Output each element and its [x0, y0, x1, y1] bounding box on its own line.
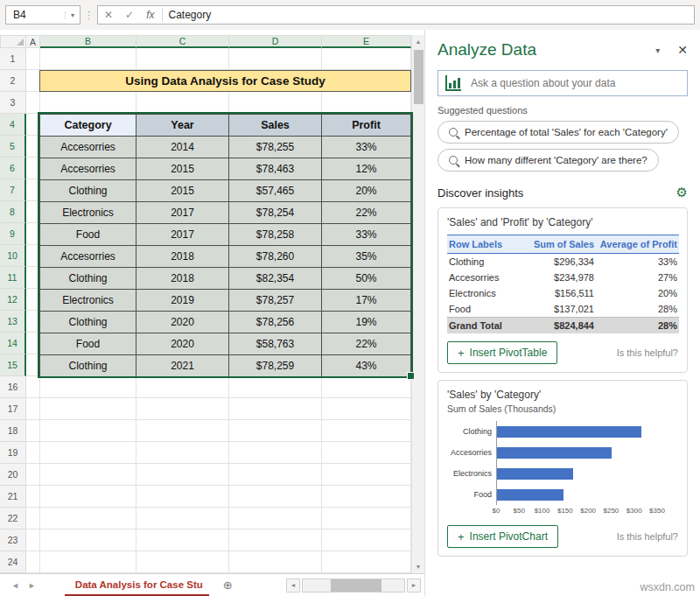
- table-cell[interactable]: $78,257: [229, 290, 322, 312]
- table-cell[interactable]: 2014: [136, 137, 229, 158]
- row-header[interactable]: 11: [0, 267, 26, 289]
- scroll-up-icon[interactable]: ▲: [412, 35, 424, 48]
- row-header[interactable]: 3: [0, 92, 26, 114]
- row-header[interactable]: 10: [0, 245, 26, 267]
- sheet-tab[interactable]: Data Analysis for Case Stu: [65, 574, 209, 596]
- col-header-a[interactable]: A: [26, 35, 40, 48]
- scroll-down-icon[interactable]: ▼: [412, 560, 424, 573]
- row-header[interactable]: 19: [0, 442, 26, 464]
- table-cell[interactable]: 33%: [322, 224, 411, 246]
- row-header[interactable]: 8: [0, 201, 26, 223]
- formula-content[interactable]: Category: [168, 9, 211, 21]
- table-header-cell[interactable]: Profit: [322, 115, 411, 137]
- table-cell[interactable]: 2018: [136, 268, 229, 290]
- prev-sheet-icon[interactable]: ◄: [11, 581, 19, 590]
- row-header[interactable]: 6: [0, 158, 26, 179]
- table-cell[interactable]: Food: [40, 224, 136, 246]
- row-header[interactable]: 1: [0, 48, 26, 70]
- table-cell[interactable]: $57,465: [229, 180, 322, 202]
- row-header[interactable]: 5: [0, 136, 26, 158]
- table-cell[interactable]: $78,259: [229, 355, 322, 377]
- table-cell[interactable]: 43%: [322, 355, 411, 377]
- suggested-question[interactable]: How many different 'Category' are there?: [438, 149, 659, 172]
- table-cell[interactable]: Clothing: [40, 180, 136, 202]
- table-cell[interactable]: 17%: [322, 290, 411, 312]
- col-header-d[interactable]: D: [229, 35, 322, 48]
- insert-pivotchart-button[interactable]: + Insert PivotChart: [447, 525, 558, 548]
- table-cell[interactable]: Electronics: [40, 290, 136, 312]
- table-header-cell[interactable]: Sales: [229, 115, 322, 137]
- row-header[interactable]: 22: [0, 508, 26, 529]
- table-cell[interactable]: 2017: [136, 224, 229, 246]
- table-cell[interactable]: 50%: [322, 268, 411, 290]
- table-cell[interactable]: Clothing: [40, 268, 136, 290]
- row-header[interactable]: 20: [0, 464, 26, 486]
- table-cell[interactable]: 22%: [322, 333, 411, 355]
- table-cell[interactable]: Clothing: [40, 355, 136, 377]
- table-cell[interactable]: Accesorries: [40, 246, 136, 268]
- row-header[interactable]: 2: [0, 70, 26, 92]
- table-header-cell[interactable]: Year: [136, 115, 229, 137]
- scroll-left-icon[interactable]: ◄: [286, 578, 300, 592]
- table-cell[interactable]: $78,260: [229, 246, 322, 268]
- table-cell[interactable]: $78,255: [229, 137, 322, 158]
- table-cell[interactable]: 2020: [136, 333, 229, 355]
- table-cell[interactable]: Accesorries: [40, 137, 136, 158]
- col-header-e[interactable]: E: [322, 35, 411, 48]
- insert-pivottable-button[interactable]: + Insert PivotTable: [447, 341, 557, 364]
- vertical-scrollbar-thumb[interactable]: [414, 50, 424, 104]
- gear-icon[interactable]: ⚙: [676, 185, 688, 200]
- row-header[interactable]: 23: [0, 529, 26, 551]
- row-header[interactable]: 15: [0, 354, 26, 376]
- row-header[interactable]: 18: [0, 420, 26, 442]
- table-cell[interactable]: 35%: [322, 246, 411, 268]
- row-header[interactable]: 24: [0, 551, 26, 573]
- table-cell[interactable]: 2021: [136, 355, 229, 377]
- worksheet-title-cell[interactable]: Using Data Analysis for Case Study: [39, 70, 411, 92]
- suggested-question[interactable]: Percentage of total 'Sales' for each 'Ca…: [438, 121, 679, 144]
- enter-button[interactable]: ✓: [119, 9, 140, 21]
- table-cell[interactable]: 22%: [322, 202, 411, 224]
- formula-bar[interactable]: ✕ ✓ fx Category: [97, 5, 695, 25]
- row-header[interactable]: 12: [0, 289, 26, 311]
- vertical-scrollbar[interactable]: ▲ ▼: [411, 35, 424, 573]
- row-header[interactable]: 21: [0, 486, 26, 508]
- table-cell[interactable]: Clothing: [40, 312, 136, 333]
- table-cell[interactable]: Electronics: [40, 202, 136, 224]
- question-input[interactable]: [469, 76, 680, 90]
- table-cell[interactable]: Food: [40, 333, 136, 355]
- table-cell[interactable]: 2020: [136, 312, 229, 333]
- row-header[interactable]: 7: [0, 179, 26, 201]
- table-cell[interactable]: $78,463: [229, 158, 322, 180]
- table-cell[interactable]: 2017: [136, 202, 229, 224]
- table-cell[interactable]: $78,254: [229, 202, 322, 224]
- table-cell[interactable]: 19%: [322, 312, 411, 333]
- row-header[interactable]: 14: [0, 333, 26, 354]
- horizontal-scrollbar[interactable]: ◄ ►: [286, 578, 421, 592]
- add-sheet-icon[interactable]: ⊕: [223, 578, 233, 592]
- table-cell[interactable]: 2015: [136, 158, 229, 180]
- name-box[interactable]: B4 ▾: [5, 5, 80, 25]
- table-cell[interactable]: 20%: [322, 180, 411, 202]
- insert-function-button[interactable]: fx: [140, 9, 160, 21]
- scroll-right-icon[interactable]: ►: [407, 578, 421, 592]
- table-cell[interactable]: Accesorries: [40, 158, 136, 180]
- col-header-c[interactable]: C: [136, 35, 229, 48]
- row-header[interactable]: 13: [0, 311, 26, 333]
- table-cell[interactable]: $82,354: [229, 268, 322, 290]
- select-all-corner[interactable]: [0, 35, 26, 48]
- table-cell[interactable]: $78,258: [229, 224, 322, 246]
- col-header-b[interactable]: B: [40, 35, 136, 48]
- grid-cells[interactable]: Using Data Analysis for Case Study Categ…: [26, 48, 411, 573]
- horizontal-scrollbar-thumb[interactable]: [331, 579, 382, 592]
- table-cell[interactable]: $58,763: [229, 333, 322, 355]
- helpful-link[interactable]: Is this helpful?: [617, 531, 678, 542]
- cancel-button[interactable]: ✕: [98, 9, 119, 21]
- table-cell[interactable]: 2019: [136, 290, 229, 312]
- name-box-dropdown-icon[interactable]: ▾: [65, 11, 80, 19]
- table-cell[interactable]: 2018: [136, 246, 229, 268]
- table-cell[interactable]: 12%: [322, 158, 411, 180]
- row-header[interactable]: 4: [0, 114, 26, 136]
- ask-question-box[interactable]: [438, 70, 688, 96]
- table-cell[interactable]: 33%: [322, 137, 411, 158]
